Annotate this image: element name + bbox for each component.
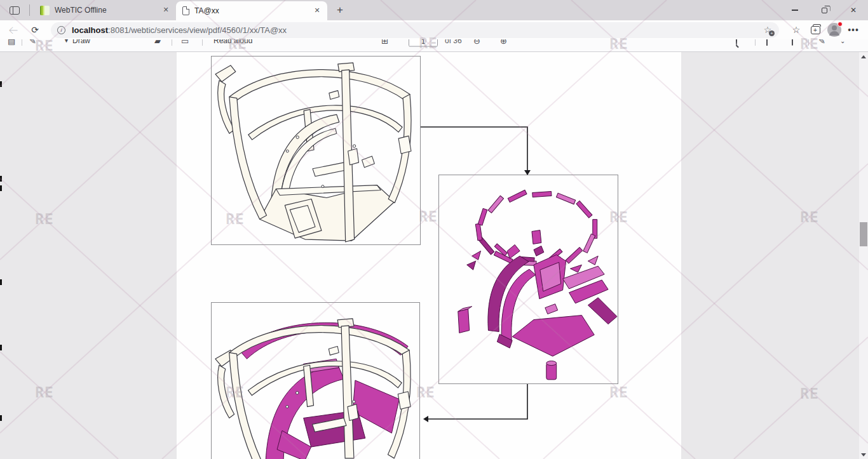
arrow-down-icon [861,453,866,456]
tab-bar: WebTIC Offline ✕ TA@xx ✕ + [0,0,868,20]
site-info-icon[interactable]: i [57,26,65,34]
chevron-down-icon[interactable]: ▼ [64,39,69,44]
scroll-up-button[interactable] [859,52,868,61]
save-icon[interactable] [766,39,768,45]
tab-title: WebTIC Offline [55,6,161,15]
highlighter-icon[interactable]: ▰ [154,39,161,46]
scroll-down-button[interactable] [859,450,868,459]
toolbar-separator [22,39,22,46]
favorites-button[interactable]: ☆ [788,22,804,38]
url-path: :8081/webtic/services/view/pdf/4560/1/xx… [108,25,287,35]
pdf-page [177,52,681,459]
close-button[interactable] [839,0,868,20]
clipped-edge-mark [0,415,2,421]
search-icon[interactable] [736,39,737,45]
browser-window: WebTIC Offline ✕ TA@xx ✕ + 🡠 ⟳ i localho… [0,0,868,459]
flow-arrows [177,52,681,459]
print-icon[interactable] [792,39,793,45]
zoom-in-icon[interactable]: ⊕ [500,39,507,46]
table-of-contents-icon[interactable]: ▤ [8,39,15,46]
clipped-edge-mark [0,81,2,87]
notification-dot [837,22,843,27]
tab-webtic-offline[interactable]: WebTIC Offline ✕ [34,0,176,20]
annotate-icon[interactable]: ✎ [818,39,825,46]
restore-button[interactable] [810,0,839,20]
document-favicon-icon [182,6,189,15]
favorites-star-icon: ☆ [792,25,801,35]
tab-ta-xx[interactable]: TA@xx ✕ [176,1,327,20]
profile-button[interactable] [826,22,843,38]
ellipsis-icon: ••• [848,25,859,35]
pdf-viewport [0,52,868,459]
tab-close-icon[interactable]: ✕ [312,6,322,16]
clipped-edge-mark [0,345,2,350]
clipped-edge-mark [0,279,2,285]
tab-actions-menu-button[interactable] [5,2,24,18]
window-controls [780,0,868,20]
toolbar-separator [172,39,172,46]
collections-button[interactable]: + [807,22,824,38]
new-tab-button[interactable]: + [331,1,349,19]
tab-close-icon[interactable]: ✕ [161,5,171,15]
scrollbar-thumb[interactable] [860,222,867,246]
eraser-icon[interactable]: ▭ [181,39,189,46]
draw-button[interactable]: Draw [72,39,90,45]
vertical-scrollbar[interactable] [859,52,868,459]
toolbar-separator [755,39,756,46]
avatar [827,23,841,37]
settings-menu-button[interactable]: ••• [845,22,862,38]
page-count-label: of 36 [445,39,462,45]
navigation-bar: 🡠 ⟳ i localhost:8081/webtic/services/vie… [0,20,868,39]
pen-icon[interactable]: ✎ [29,39,36,46]
toolbar-separator [202,39,203,46]
minimize-button[interactable] [780,0,810,20]
collections-icon: + [811,26,820,34]
add-favorite-icon[interactable]: ☆ [763,25,773,35]
address-bar[interactable]: i localhost:8081/webtic/services/view/pd… [51,22,779,38]
tab-actions-icon [10,6,20,15]
read-aloud-button[interactable]: Read aloud [214,39,252,45]
zoom-out-icon[interactable]: ⊖ [473,39,480,46]
clipped-edge-mark [0,185,2,191]
page-number-input[interactable]: 1 [409,39,438,47]
clipped-edge-mark [0,176,2,182]
tab-separator [29,4,30,16]
url-host: localhost [72,25,108,35]
pdf-toolbar: ▤ ✎ ▼ Draw ▰ ▭ Read aloud ⊞ 1 of 36 ⊖ ⊕ … [0,39,868,52]
tab-title: TA@xx [194,6,312,15]
url-text[interactable]: localhost:8081/webtic/services/view/pdf/… [72,25,763,35]
arrow-up-icon [861,55,866,58]
more-tools-chevron-icon[interactable]: ⌄ [840,39,845,44]
reload-button[interactable]: ⟳ [27,22,43,38]
toolbar-right: ☆ + ••• [785,22,862,38]
back-button[interactable]: 🡠 [5,22,22,38]
toolbar-separator [808,39,809,46]
webtic-favicon-icon [40,6,50,15]
page-view-icon[interactable]: ⊞ [381,39,388,46]
